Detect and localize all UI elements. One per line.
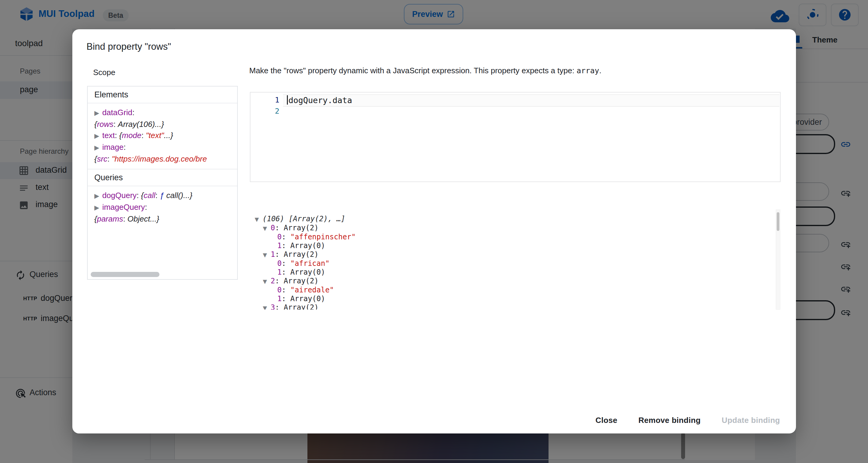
result-row[interactable]: ▼2: Array(2) bbox=[252, 277, 780, 286]
result-row[interactable]: ▼(106) [Array(2), …] bbox=[252, 215, 780, 224]
tree-row-datagrid-preview: {rows: Array(106)...} bbox=[94, 119, 237, 130]
queries-tree: ▶dogQuery: {call: ƒ call()...} ▶imageQue… bbox=[88, 186, 237, 229]
result-vertical-scrollbar[interactable] bbox=[776, 210, 780, 310]
result-row[interactable]: ▼1: Array(2) bbox=[252, 250, 780, 259]
description-period: . bbox=[599, 66, 601, 75]
current-line-highlight bbox=[283, 94, 779, 107]
line-number-2: 2 bbox=[250, 107, 279, 116]
tree-row-text[interactable]: ▶text: {mode: "text"...} bbox=[94, 130, 237, 142]
result-row: 0: "affenpinscher" bbox=[252, 233, 780, 242]
tree-row-imagequery[interactable]: ▶imageQuery: bbox=[94, 202, 237, 213]
description-text: Make the "rows" property dynamic with a … bbox=[249, 66, 577, 75]
scrollbar-thumb[interactable] bbox=[777, 212, 779, 231]
evaluation-result-tree: ▼(106) [Array(2), …] ▼0: Array(2) 0: "af… bbox=[252, 210, 780, 310]
elements-section-header[interactable]: Elements bbox=[88, 87, 237, 103]
result-row: 1: Array(0) bbox=[252, 268, 780, 277]
horizontal-scrollbar[interactable] bbox=[91, 272, 159, 277]
expression-code[interactable]: dogQuery.data bbox=[288, 96, 352, 105]
scope-explorer-panel: Elements ▶dataGrid: {rows: Array(106)...… bbox=[87, 86, 238, 280]
dialog-actions: Close Remove binding Update binding bbox=[591, 413, 784, 428]
result-row: 0: "airedale" bbox=[252, 286, 780, 295]
result-row: 1: Array(0) bbox=[252, 295, 780, 303]
tree-row-image-preview: {src: "https://images.dog.ceo/bre bbox=[94, 153, 237, 164]
update-binding-button[interactable]: Update binding bbox=[718, 413, 784, 428]
dialog-title: Bind property "rows" bbox=[87, 41, 171, 52]
result-row: 0: "african" bbox=[252, 259, 780, 268]
tree-row-dogquery[interactable]: ▶dogQuery: {call: ƒ call()...} bbox=[94, 190, 237, 202]
expected-type: array bbox=[577, 66, 599, 75]
tree-row-datagrid[interactable]: ▶dataGrid: bbox=[94, 107, 237, 119]
scope-label: Scope bbox=[93, 68, 116, 77]
app-root: MUI Toolpad Beta Preview bbox=[0, 0, 868, 463]
js-expression-editor[interactable]: 1 2 dogQuery.data bbox=[250, 92, 781, 182]
remove-binding-button[interactable]: Remove binding bbox=[634, 413, 705, 428]
queries-section-header[interactable]: Queries bbox=[88, 169, 237, 186]
result-row: 1: Array(0) bbox=[252, 242, 780, 250]
text-cursor bbox=[287, 95, 288, 104]
result-row[interactable]: ▼3: Array(2) bbox=[252, 303, 780, 310]
close-button[interactable]: Close bbox=[591, 413, 621, 428]
tree-row-image[interactable]: ▶image: bbox=[94, 142, 237, 153]
line-number-1: 1 bbox=[250, 96, 279, 104]
result-row[interactable]: ▼0: Array(2) bbox=[252, 224, 780, 233]
tree-row-imagequery-preview: {params: Object...} bbox=[94, 213, 237, 224]
bind-property-dialog: Bind property "rows" Scope Elements ▶dat… bbox=[72, 29, 796, 433]
dialog-description: Make the "rows" property dynamic with a … bbox=[249, 66, 601, 75]
elements-tree: ▶dataGrid: {rows: Array(106)...} ▶text: … bbox=[88, 103, 237, 169]
